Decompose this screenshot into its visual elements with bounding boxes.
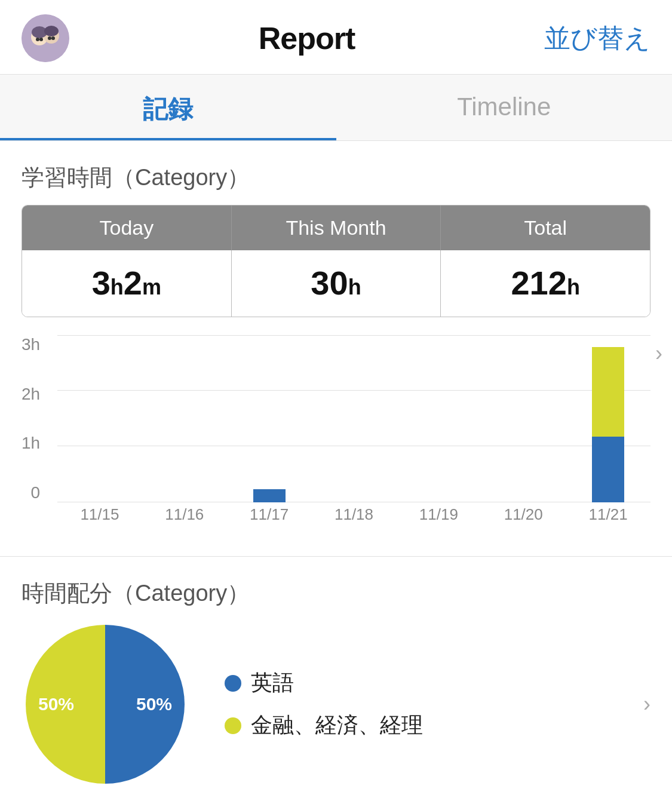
tab-kiroku[interactable]: 記録 [0,75,336,140]
svg-point-5 [36,38,39,41]
tab-bar: 記録 Timeline [0,75,672,141]
bar-chart-container: › 3h 2h 1h 0 11/1511/1611/1711/1811/1911… [0,335,672,538]
y-label-3h: 3h [22,335,45,354]
bar-group [142,335,227,502]
pie-chart: 50% 50% [22,621,189,788]
pie-nav-right-icon[interactable]: › [643,692,650,717]
study-time-title: 学習時間（Category） [22,162,650,193]
chart-nav-right-icon[interactable]: › [655,341,662,366]
today-value: 3h2m [22,250,232,317]
stats-header: Today This Month Total [22,205,650,250]
study-time-section: 学習時間（Category） Today This Month Total 3h… [0,141,672,317]
pie-label-right: 50% [136,694,172,714]
legend-label-finance: 金融、経済、経理 [251,711,423,740]
legend-item-english: 英語 [225,668,423,698]
x-label: 11/16 [142,505,227,524]
stats-table: Today This Month Total 3h2m 30h 212h [22,205,650,317]
y-label-2h: 2h [22,385,45,404]
bar-segment-yellow [592,347,624,437]
svg-point-4 [44,26,59,36]
col-today: Today [22,205,232,250]
bar-group [312,335,397,502]
y-label-1h: 1h [22,434,45,453]
col-this-month: This Month [232,205,441,250]
legend-dot-english [225,675,241,692]
x-label: 11/19 [396,505,481,524]
legend-dot-finance [225,717,241,734]
bar-segment-blue [592,437,624,502]
svg-point-8 [51,36,55,40]
legend-item-finance: 金融、経済、経理 [225,711,423,740]
x-label: 11/21 [566,505,650,524]
page-title: Report [259,20,355,56]
stats-body: 3h2m 30h 212h [22,250,650,317]
pie-label-left: 50% [38,694,74,714]
bar-segment-blue [253,489,286,502]
tab-timeline[interactable]: Timeline [336,75,673,140]
y-label-0: 0 [31,483,45,502]
sort-button[interactable]: 並び替え [544,21,650,56]
bar-group [396,335,481,502]
x-label: 11/20 [481,505,566,524]
svg-point-7 [48,36,51,40]
svg-point-6 [39,38,43,41]
header: Report 並び替え [0,0,672,75]
col-total: Total [441,205,650,250]
pie-section: 時間配分（Category） 50% 50% 英語 金融、経済、経理 › [0,557,672,788]
month-value: 30h [232,250,441,317]
bar-group [481,335,566,502]
pie-content: 50% 50% 英語 金融、経済、経理 › [22,621,650,788]
bar-group [57,335,142,502]
x-label: 11/17 [227,505,312,524]
legend-label-english: 英語 [251,668,294,698]
total-value: 212h [441,250,650,317]
pie-section-title: 時間配分（Category） [22,578,650,609]
bar-group [566,335,650,502]
pie-legend: 英語 金融、経済、経理 [225,668,423,740]
avatar[interactable] [22,14,69,62]
bar-group [227,335,312,502]
x-label: 11/15 [57,505,142,524]
x-label: 11/18 [312,505,397,524]
